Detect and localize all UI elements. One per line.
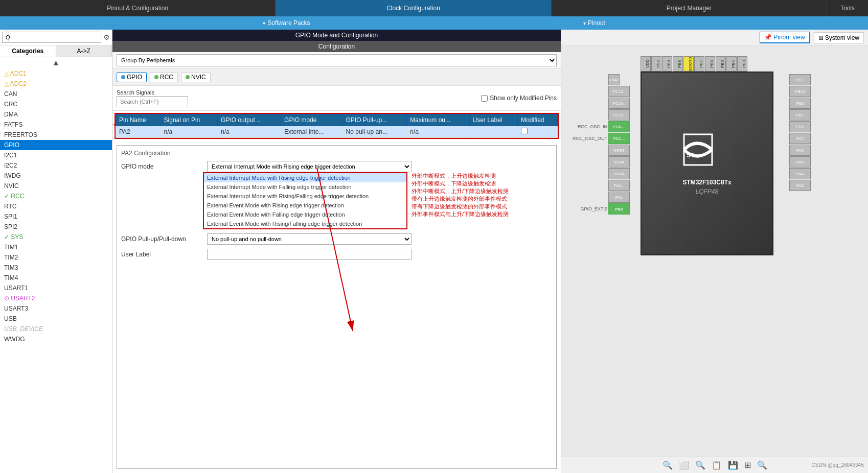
modified-checkbox[interactable]	[521, 128, 528, 134]
sidebar-item-nvic[interactable]: NVIC	[0, 181, 112, 191]
sidebar-item-tim4[interactable]: TIM4	[0, 273, 112, 283]
search-signals-label: Search Signals	[117, 89, 188, 107]
tab-categories[interactable]: Categories	[0, 45, 56, 57]
dropdown-item-1[interactable]: External Interrupt Mode with Falling edg…	[204, 182, 406, 192]
user-label-input[interactable]	[207, 249, 412, 260]
th-gpio-mode[interactable]: GPIO mode	[281, 114, 342, 126]
right-pins-area: PB11 PB10 PB2 PB1 PB0 PA7	[789, 74, 848, 191]
left-pin-pa0: PA0-..	[566, 180, 630, 191]
annotation-3: 带有上升边缘触发检测的外部事件模式	[412, 195, 509, 203]
dropdown-item-4[interactable]: External Event Mode with Falling edge tr…	[204, 210, 406, 219]
dropdown-item-2[interactable]: External Interrupt Mode with Rising/Fall…	[204, 192, 406, 201]
filter-gpio[interactable]: GPIO	[117, 72, 147, 82]
tab-az[interactable]: A->Z	[56, 45, 112, 57]
sidebar-item-freertos[interactable]: FREERTOS	[0, 130, 112, 140]
zoom-out-icon[interactable]: 🔍	[695, 460, 705, 470]
sidebar-item-tim3[interactable]: TIM3	[0, 263, 112, 273]
sidebar-item-usart3[interactable]: USART3	[0, 303, 112, 314]
nav-tools[interactable]: Tools	[827, 0, 868, 16]
sidebar-item-rcc[interactable]: ✓ RCC	[0, 191, 112, 201]
sidebar-item-wwdg[interactable]: WWDG	[0, 334, 112, 344]
dropdown-item-5[interactable]: External Event Mode with Rising/Falling …	[204, 219, 406, 228]
sub-nav-software-packs[interactable]: ▾ Software Packs	[253, 19, 320, 27]
sidebar-item-usb-device[interactable]: USB_DEVICE	[0, 324, 112, 334]
dropdown-item-3[interactable]: External Event Mode with Rising edge tri…	[204, 201, 406, 210]
right-pin-2: PB10	[789, 86, 848, 97]
sidebar-item-iwdg[interactable]: IWDG	[0, 171, 112, 181]
left-pin-vssa: VSSA	[566, 156, 630, 168]
right-pin-8: PA5	[789, 156, 848, 168]
sidebar-item-tim2[interactable]: TIM2	[0, 252, 112, 263]
pinout-view-icon: 📌	[764, 34, 772, 41]
top-pin-pb5: PB5	[716, 56, 726, 72]
gpio-mode-select[interactable]: External Interrupt Mode with Rising edge…	[207, 161, 412, 172]
stm32-chip-body: ST STM32F103C8Tx LQFP48	[641, 72, 773, 255]
sidebar-item-adc2[interactable]: △ ADC2	[0, 79, 112, 89]
sidebar-item-tim1[interactable]: TIM1	[0, 242, 112, 252]
sidebar-item-crc[interactable]: CRC	[0, 99, 112, 109]
right-pin-6: PA7	[789, 133, 848, 144]
group-by-select[interactable]: Group By Peripherals	[117, 54, 557, 66]
system-view-tab[interactable]: ⊞ System view	[814, 32, 864, 43]
gpio-pull-label: GPIO Pull-up/Pull-down	[121, 235, 203, 243]
gpio-mode-header: GPIO Mode and Configuration	[112, 30, 561, 41]
sidebar-item-sys[interactable]: ✓ SYS	[0, 232, 112, 242]
gpio-dot	[121, 75, 125, 79]
filter-rcc[interactable]: RCC	[150, 72, 178, 82]
gpio-pull-row: GPIO Pull-up/Pull-down No pull-up and no…	[121, 233, 552, 245]
sidebar-item-rtc[interactable]: RTC	[0, 201, 112, 211]
table-row[interactable]: PA2 n/a n/a External Inte... No pull-up …	[116, 126, 558, 138]
left-pin-vdda: VDDA	[566, 168, 630, 179]
td-gpio-mode: External Inte...	[281, 126, 342, 138]
right-pin-7: PA6	[789, 145, 848, 156]
sidebar-item-dma[interactable]: DMA	[0, 109, 112, 120]
sidebar-item-i2c2[interactable]: I2C2	[0, 160, 112, 171]
td-pin-name: PA2	[116, 126, 161, 138]
dropdown-item-0[interactable]: External Interrupt Mode with Rising edge…	[204, 173, 406, 182]
th-pin-name[interactable]: Pin Name	[116, 114, 161, 126]
gpio-table-container: Pin Name Signal on Pin GPIO output ... G…	[115, 113, 559, 139]
pinout-view-tab[interactable]: 📌 Pinout view	[760, 32, 809, 43]
gpio-pull-select[interactable]: No pull-up and no pull-down Pull-up Pull…	[207, 233, 412, 245]
sidebar-item-i2c1[interactable]: I2C1	[0, 150, 112, 160]
sidebar-item-can[interactable]: CAN	[0, 89, 112, 99]
annotations-column: 外部中断模式，上升边缘触发检测 外部中断模式，下降边缘触发检测 外部中断模式，上…	[412, 172, 509, 218]
filter-nvic[interactable]: NVIC	[181, 72, 211, 82]
th-modified[interactable]: Modified	[518, 114, 558, 126]
save-icon[interactable]: 💾	[728, 460, 738, 470]
sidebar-item-fatfs[interactable]: FATFS	[0, 120, 112, 130]
show-modified-checkbox[interactable]	[481, 95, 488, 102]
th-signal-on-pin[interactable]: Signal on Pin	[161, 114, 218, 126]
sidebar-search-input[interactable]	[2, 32, 101, 43]
gear-icon[interactable]: ⚙	[103, 33, 110, 41]
left-pin-pc14: PC14..	[566, 98, 630, 109]
search-signals-input[interactable]	[117, 96, 188, 107]
zoom-in-icon[interactable]: 🔍	[663, 460, 673, 470]
grid-icon[interactable]: ⊞	[744, 460, 751, 470]
top-pin-pb9: PB9	[662, 56, 672, 72]
nav-clock[interactable]: Clock Configuration	[276, 0, 551, 16]
sidebar-item-adc1[interactable]: △ ADC1	[0, 68, 112, 79]
nav-project[interactable]: Project Manager	[552, 0, 827, 16]
sidebar-item-spi1[interactable]: SPI1	[0, 211, 112, 222]
th-max-output[interactable]: Maximum ou...	[407, 114, 469, 126]
search-chip-icon[interactable]: 🔍	[757, 460, 767, 470]
top-pin-pb4: PB4	[726, 56, 737, 72]
system-view-icon: ⊞	[818, 34, 824, 41]
sidebar-item-usart1[interactable]: USART1	[0, 283, 112, 293]
sidebar-item-spi2[interactable]: SPI2	[0, 222, 112, 232]
sub-nav-pinout[interactable]: ▾ Pinout	[573, 19, 615, 27]
th-user-label[interactable]: User Label	[469, 114, 518, 126]
gpio-mode-control: External Interrupt Mode with Rising edge…	[207, 161, 552, 172]
sidebar-item-usart2[interactable]: ⊙ USART2	[0, 293, 112, 303]
th-gpio-output[interactable]: GPIO output ...	[218, 114, 281, 126]
sidebar-item-usb[interactable]: USB	[0, 314, 112, 324]
fit-icon[interactable]: ⬜	[679, 460, 689, 470]
chip-bottom-toolbar: 🔍 ⬜ 🔍 📋 💾 ⊞ 🔍 CSDN @qq_26043945	[561, 457, 868, 473]
th-gpio-pull[interactable]: GPIO Pull-up...	[342, 114, 407, 126]
nav-pinout[interactable]: Pinout & Configuration	[0, 0, 276, 16]
sidebar-item-gpio[interactable]: GPIO	[0, 140, 112, 150]
left-pin-nrst: NRST	[566, 145, 630, 156]
annotation-5: 外部事件模式与上升/下降边缘触发检测	[412, 210, 509, 218]
export-icon[interactable]: 📋	[712, 460, 722, 470]
